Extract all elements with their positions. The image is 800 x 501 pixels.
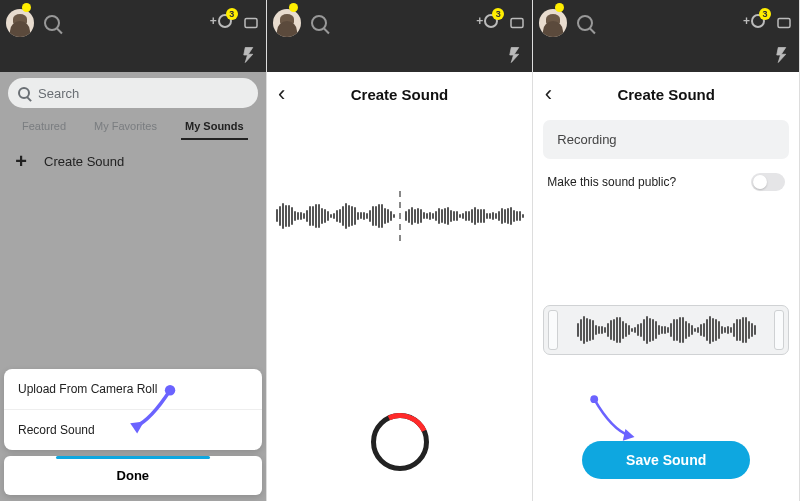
tab-my-sounds[interactable]: My Sounds — [181, 114, 248, 140]
record-sound-option[interactable]: Record Sound — [4, 410, 262, 450]
record-body — [267, 116, 533, 501]
recording-name-field[interactable]: Recording — [543, 120, 789, 159]
waveform-trimmer[interactable] — [543, 305, 789, 355]
flash-icon[interactable] — [506, 46, 524, 64]
waveform-display — [267, 196, 533, 236]
search-icon[interactable] — [44, 15, 60, 31]
avatar[interactable] — [273, 9, 301, 37]
done-button[interactable]: Done — [4, 456, 262, 495]
camera-subbar — [267, 46, 533, 72]
public-toggle-row: Make this sound public? — [543, 159, 789, 205]
page-header: ‹ Create Sound — [533, 72, 799, 116]
friend-badge: 3 — [759, 8, 771, 20]
panel-my-sounds: 3 Search Featured My Favorites My Sounds… — [0, 0, 267, 501]
camera-topbar: 3 — [0, 0, 266, 46]
flash-icon[interactable] — [240, 46, 258, 64]
svg-rect-3 — [778, 19, 790, 28]
sounds-overlay: Search Featured My Favorites My Sounds +… — [0, 72, 266, 501]
flip-camera-icon[interactable] — [242, 14, 260, 32]
public-label: Make this sound public? — [547, 175, 676, 189]
search-input[interactable]: Search — [8, 78, 258, 108]
notification-dot-icon — [289, 3, 298, 12]
camera-subbar — [533, 46, 799, 72]
svg-rect-2 — [511, 19, 523, 28]
search-icon — [18, 87, 30, 99]
notification-dot-icon — [555, 3, 564, 12]
tab-featured[interactable]: Featured — [18, 114, 70, 140]
tab-favorites[interactable]: My Favorites — [90, 114, 161, 140]
friend-badge: 3 — [492, 8, 504, 20]
avatar[interactable] — [539, 9, 567, 37]
public-toggle[interactable] — [751, 173, 785, 191]
add-friend-icon[interactable]: 3 — [214, 16, 232, 30]
sound-tabs: Featured My Favorites My Sounds — [0, 114, 266, 140]
search-icon[interactable] — [577, 15, 593, 31]
create-sound-row[interactable]: + Create Sound — [0, 140, 266, 182]
flip-camera-icon[interactable] — [508, 14, 526, 32]
camera-topbar: 3 — [533, 0, 799, 46]
svg-rect-0 — [245, 19, 257, 28]
playhead-icon — [399, 191, 401, 241]
flash-icon[interactable] — [773, 46, 791, 64]
page-title: Create Sound — [267, 86, 533, 103]
panel-create-sound-save: 3 ‹ Create Sound Recording Make this sou… — [533, 0, 800, 501]
create-sound-label: Create Sound — [44, 154, 124, 169]
friend-badge: 3 — [226, 8, 238, 20]
camera-subbar — [0, 46, 266, 72]
page-header: ‹ Create Sound — [267, 72, 533, 116]
record-button[interactable] — [371, 413, 429, 471]
notification-dot-icon — [22, 3, 31, 12]
camera-topbar: 3 — [267, 0, 533, 46]
save-sound-button[interactable]: Save Sound — [582, 441, 750, 479]
back-button[interactable]: ‹ — [533, 81, 563, 107]
page-title: Create Sound — [533, 86, 799, 103]
flip-camera-icon[interactable] — [775, 14, 793, 32]
avatar[interactable] — [6, 9, 34, 37]
action-sheet: Upload From Camera Roll Record Sound — [4, 369, 262, 450]
panel-create-sound-record: 3 ‹ Create Sound — [267, 0, 534, 501]
add-friend-icon[interactable]: 3 — [480, 16, 498, 30]
upload-from-camera-roll[interactable]: Upload From Camera Roll — [4, 369, 262, 410]
search-icon[interactable] — [311, 15, 327, 31]
plus-icon: + — [12, 152, 30, 170]
back-button[interactable]: ‹ — [267, 81, 297, 107]
save-body: Recording Make this sound public? Save S… — [533, 116, 799, 501]
add-friend-icon[interactable]: 3 — [747, 16, 765, 30]
search-placeholder: Search — [38, 86, 79, 101]
